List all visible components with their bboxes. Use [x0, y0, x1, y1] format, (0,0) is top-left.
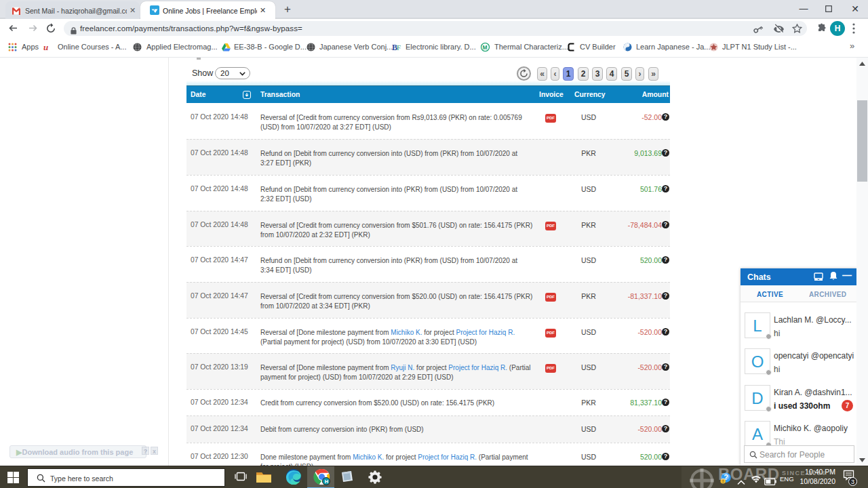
- svg-text:M: M: [483, 44, 488, 51]
- svg-text:u: u: [43, 43, 48, 52]
- svg-text:F: F: [397, 43, 401, 52]
- svg-text:H: H: [325, 479, 328, 485]
